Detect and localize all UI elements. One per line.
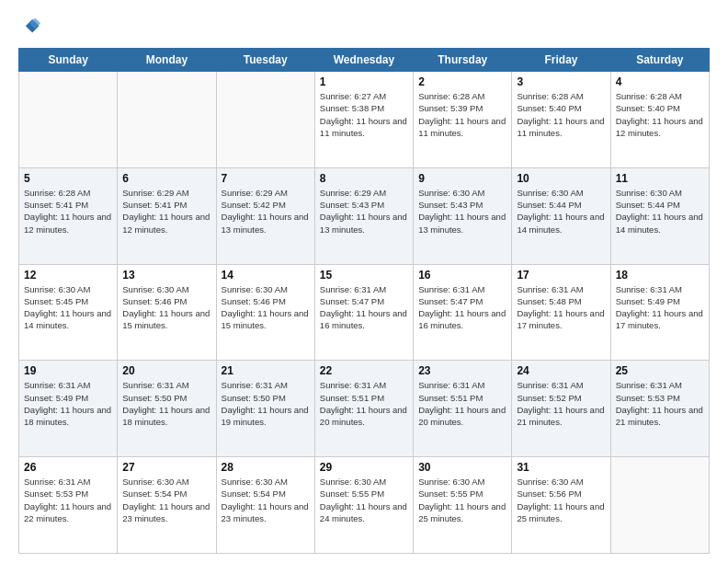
calendar-cell [610, 457, 709, 554]
calendar-cell: 3Sunrise: 6:28 AMSunset: 5:40 PMDaylight… [512, 72, 610, 168]
calendar-week-5: 26Sunrise: 6:31 AMSunset: 5:53 PMDayligh… [19, 457, 710, 554]
cell-info-text: Sunrise: 6:30 AMSunset: 5:54 PMDaylight:… [222, 476, 310, 524]
cell-date-number: 1 [320, 75, 408, 88]
cell-info-text: Sunrise: 6:31 AMSunset: 5:53 PMDaylight:… [24, 476, 112, 524]
cell-info-text: Sunrise: 6:30 AMSunset: 5:56 PMDaylight:… [517, 476, 605, 524]
cell-date-number: 17 [517, 269, 605, 282]
cell-date-number: 28 [222, 461, 310, 474]
cell-info-text: Sunrise: 6:31 AMSunset: 5:47 PMDaylight:… [320, 283, 408, 332]
cell-date-number: 24 [517, 364, 605, 377]
calendar-cell: 21Sunrise: 6:31 AMSunset: 5:50 PMDayligh… [216, 361, 314, 457]
cell-info-text: Sunrise: 6:30 AMSunset: 5:44 PMDaylight:… [517, 187, 605, 236]
calendar-cell: 9Sunrise: 6:30 AMSunset: 5:43 PMDaylight… [414, 167, 512, 264]
calendar-cell [19, 72, 118, 168]
cell-info-text: Sunrise: 6:29 AMSunset: 5:42 PMDaylight:… [222, 187, 310, 236]
cell-date-number: 18 [616, 269, 704, 282]
calendar-cell: 25Sunrise: 6:31 AMSunset: 5:53 PMDayligh… [610, 361, 709, 457]
cell-info-text: Sunrise: 6:30 AMSunset: 5:55 PMDaylight:… [418, 476, 506, 524]
cell-date-number: 12 [24, 269, 112, 282]
cell-info-text: Sunrise: 6:31 AMSunset: 5:50 PMDaylight:… [222, 379, 310, 428]
cell-info-text: Sunrise: 6:31 AMSunset: 5:50 PMDaylight:… [122, 379, 210, 428]
calendar-cell: 23Sunrise: 6:31 AMSunset: 5:51 PMDayligh… [414, 361, 512, 457]
calendar-cell: 7Sunrise: 6:29 AMSunset: 5:42 PMDaylight… [216, 167, 314, 264]
calendar-cell: 14Sunrise: 6:30 AMSunset: 5:46 PMDayligh… [216, 264, 314, 361]
cell-date-number: 27 [122, 461, 210, 474]
calendar-cell: 18Sunrise: 6:31 AMSunset: 5:49 PMDayligh… [610, 264, 709, 361]
calendar-cell: 6Sunrise: 6:29 AMSunset: 5:41 PMDaylight… [118, 167, 216, 264]
day-header-monday: Monday [118, 49, 216, 72]
day-header-saturday: Saturday [610, 49, 709, 72]
cell-info-text: Sunrise: 6:30 AMSunset: 5:55 PMDaylight:… [320, 476, 408, 524]
calendar-week-3: 12Sunrise: 6:30 AMSunset: 5:45 PMDayligh… [19, 264, 710, 361]
cell-date-number: 14 [222, 269, 310, 282]
calendar-cell: 12Sunrise: 6:30 AMSunset: 5:45 PMDayligh… [19, 264, 118, 361]
calendar-cell: 22Sunrise: 6:31 AMSunset: 5:51 PMDayligh… [314, 361, 413, 457]
cell-info-text: Sunrise: 6:30 AMSunset: 5:44 PMDaylight:… [616, 187, 704, 236]
cell-info-text: Sunrise: 6:31 AMSunset: 5:51 PMDaylight:… [320, 379, 408, 428]
calendar-cell: 17Sunrise: 6:31 AMSunset: 5:48 PMDayligh… [512, 264, 610, 361]
calendar-cell: 2Sunrise: 6:28 AMSunset: 5:39 PMDaylight… [414, 72, 512, 168]
cell-info-text: Sunrise: 6:28 AMSunset: 5:39 PMDaylight:… [418, 90, 506, 139]
cell-date-number: 29 [320, 461, 408, 474]
cell-info-text: Sunrise: 6:29 AMSunset: 5:41 PMDaylight:… [122, 187, 210, 236]
calendar-cell [216, 72, 314, 168]
cell-info-text: Sunrise: 6:31 AMSunset: 5:47 PMDaylight:… [418, 283, 506, 332]
calendar-cell: 27Sunrise: 6:30 AMSunset: 5:54 PMDayligh… [118, 457, 216, 554]
cell-date-number: 11 [616, 172, 704, 185]
cell-info-text: Sunrise: 6:31 AMSunset: 5:52 PMDaylight:… [517, 379, 605, 428]
cell-date-number: 8 [320, 172, 408, 185]
calendar-cell: 19Sunrise: 6:31 AMSunset: 5:49 PMDayligh… [19, 361, 118, 457]
cell-date-number: 20 [122, 364, 210, 377]
cell-info-text: Sunrise: 6:28 AMSunset: 5:40 PMDaylight:… [517, 90, 605, 139]
cell-date-number: 31 [517, 461, 605, 474]
calendar-table: SundayMondayTuesdayWednesdayThursdayFrid… [18, 48, 710, 554]
cell-info-text: Sunrise: 6:30 AMSunset: 5:45 PMDaylight:… [24, 283, 112, 332]
day-header-sunday: Sunday [19, 49, 118, 72]
cell-date-number: 4 [616, 75, 704, 88]
calendar-cell: 11Sunrise: 6:30 AMSunset: 5:44 PMDayligh… [610, 167, 709, 264]
calendar-cell: 8Sunrise: 6:29 AMSunset: 5:43 PMDaylight… [314, 167, 413, 264]
calendar-cell: 10Sunrise: 6:30 AMSunset: 5:44 PMDayligh… [512, 167, 610, 264]
cell-date-number: 2 [418, 75, 506, 88]
cell-date-number: 15 [320, 269, 408, 282]
cell-info-text: Sunrise: 6:30 AMSunset: 5:46 PMDaylight:… [222, 283, 310, 332]
cell-date-number: 10 [517, 172, 605, 185]
cell-info-text: Sunrise: 6:31 AMSunset: 5:53 PMDaylight:… [616, 379, 704, 428]
cell-date-number: 21 [222, 364, 310, 377]
calendar-cell [118, 72, 216, 168]
calendar-cell: 13Sunrise: 6:30 AMSunset: 5:46 PMDayligh… [118, 264, 216, 361]
cell-date-number: 30 [418, 461, 506, 474]
day-header-tuesday: Tuesday [216, 49, 314, 72]
calendar-cell: 1Sunrise: 6:27 AMSunset: 5:38 PMDaylight… [314, 72, 413, 168]
calendar-cell: 15Sunrise: 6:31 AMSunset: 5:47 PMDayligh… [314, 264, 413, 361]
cell-info-text: Sunrise: 6:28 AMSunset: 5:41 PMDaylight:… [24, 187, 112, 236]
cell-date-number: 6 [122, 172, 210, 185]
cell-info-text: Sunrise: 6:30 AMSunset: 5:43 PMDaylight:… [418, 187, 506, 236]
page: SundayMondayTuesdayWednesdayThursdayFrid… [0, 0, 728, 563]
cell-date-number: 16 [418, 269, 506, 282]
cell-date-number: 7 [222, 172, 310, 185]
cell-info-text: Sunrise: 6:31 AMSunset: 5:51 PMDaylight:… [418, 379, 506, 428]
cell-info-text: Sunrise: 6:31 AMSunset: 5:49 PMDaylight:… [616, 283, 704, 332]
cell-date-number: 3 [517, 75, 605, 88]
logo-icon [20, 17, 40, 37]
calendar-week-1: 1Sunrise: 6:27 AMSunset: 5:38 PMDaylight… [19, 72, 710, 168]
cell-info-text: Sunrise: 6:29 AMSunset: 5:43 PMDaylight:… [320, 187, 408, 236]
cell-info-text: Sunrise: 6:30 AMSunset: 5:54 PMDaylight:… [122, 476, 210, 524]
calendar-cell: 4Sunrise: 6:28 AMSunset: 5:40 PMDaylight… [610, 72, 709, 168]
cell-date-number: 22 [320, 364, 408, 377]
calendar-cell: 28Sunrise: 6:30 AMSunset: 5:54 PMDayligh… [216, 457, 314, 554]
cell-date-number: 5 [24, 172, 112, 185]
calendar-cell: 29Sunrise: 6:30 AMSunset: 5:55 PMDayligh… [314, 457, 413, 554]
cell-date-number: 9 [418, 172, 506, 185]
logo [18, 17, 40, 40]
calendar-cell: 5Sunrise: 6:28 AMSunset: 5:41 PMDaylight… [19, 167, 118, 264]
cell-date-number: 26 [24, 461, 112, 474]
cell-date-number: 19 [24, 364, 112, 377]
day-header-wednesday: Wednesday [314, 49, 413, 72]
cell-info-text: Sunrise: 6:31 AMSunset: 5:49 PMDaylight:… [24, 379, 112, 428]
calendar-cell: 30Sunrise: 6:30 AMSunset: 5:55 PMDayligh… [414, 457, 512, 554]
header [18, 17, 710, 40]
cell-info-text: Sunrise: 6:30 AMSunset: 5:46 PMDaylight:… [122, 283, 210, 332]
calendar-cell: 16Sunrise: 6:31 AMSunset: 5:47 PMDayligh… [414, 264, 512, 361]
